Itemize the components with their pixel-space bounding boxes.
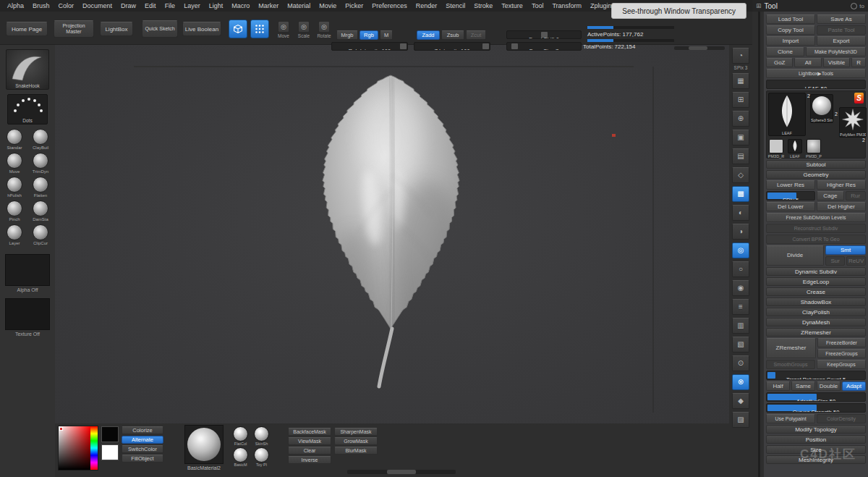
smt-toggle[interactable]: Smt <box>825 245 866 255</box>
quick-sketch-button[interactable]: Quick Sketch <box>142 20 178 38</box>
material-thumb[interactable]: FlatCol <box>230 426 251 446</box>
brush-slot[interactable]: hPolish <box>1 177 27 198</box>
menu-item[interactable]: Texture <box>497 2 527 9</box>
mrgb-button[interactable]: Mrgb <box>336 30 358 40</box>
home-page-button[interactable]: Home Page <box>6 22 48 36</box>
menu-item[interactable]: Document <box>78 2 116 9</box>
color-density-button[interactable]: ColorDensity <box>817 414 866 423</box>
canvas-scrollbar-top[interactable] <box>674 46 725 50</box>
panel-pin-icon[interactable] <box>851 3 857 9</box>
convert-bpr-button[interactable]: Convert BPR To Geo <box>766 235 866 244</box>
brush-slot[interactable]: Pinch <box>1 200 27 221</box>
smooth-groups-toggle[interactable]: SmoothGroups <box>766 360 815 369</box>
double-button[interactable]: Double <box>817 381 841 391</box>
menu-item[interactable]: Macro <box>227 2 254 9</box>
material-thumb[interactable]: BasicM <box>230 447 251 467</box>
reuv-button[interactable]: ReUV <box>846 256 866 266</box>
copy-tool-button[interactable]: Copy Tool <box>766 25 815 35</box>
fill-object-button[interactable]: FillObject <box>122 455 163 463</box>
brush-slot[interactable]: Move <box>1 153 27 174</box>
focal-shift-slider[interactable]: Focal Shift 0 <box>506 30 582 39</box>
menu-item[interactable]: Color <box>54 2 79 9</box>
menu-item[interactable]: Movie <box>315 2 341 9</box>
zremesher-section[interactable]: ZRemesher <box>766 328 866 337</box>
z-intensity-slider[interactable]: Z Intensity 100 <box>414 42 490 51</box>
current-stroke-thumb[interactable]: Dots <box>7 94 48 124</box>
history-thumb[interactable] <box>769 139 783 153</box>
spix-slider-label[interactable]: SPix 3 <box>734 65 748 70</box>
zsub-button[interactable]: Zsub <box>441 30 464 40</box>
sur-toggle[interactable]: Sur <box>825 256 845 266</box>
goz-visible-button[interactable]: Visible <box>823 58 850 67</box>
menu-item[interactable]: Alpha <box>3 2 28 9</box>
use-polypaint-toggle[interactable]: Use Polypaint <box>766 414 815 423</box>
material-thumb[interactable]: Toy Pl <box>251 447 272 467</box>
document-canvas[interactable] <box>55 45 729 423</box>
draw-size-slider[interactable]: Draw Size 7 <box>506 42 582 51</box>
see-through-transparency-button[interactable]: See-through Window Transparency <box>611 3 746 19</box>
collapsed-section[interactable]: ShadowBox <box>766 297 866 306</box>
freeze-subdivision-button[interactable]: Freeze SubDivision Levels <box>766 213 866 222</box>
reconstruct-subdiv-button[interactable]: Reconstruct Subdiv <box>766 224 866 233</box>
menu-item[interactable]: Light <box>205 2 228 9</box>
higher-res-button[interactable]: Higher Res <box>817 180 866 190</box>
save-as-button[interactable]: Save As <box>817 14 866 24</box>
color-picker[interactable] <box>58 426 98 470</box>
lightbox-button[interactable]: LightBox <box>100 22 133 36</box>
brush-slot[interactable]: DamSta <box>27 200 54 221</box>
collapsed-section[interactable]: Modify Topology <box>766 425 866 434</box>
panel-drag-icon[interactable]: ⊞ <box>756 2 762 9</box>
panel-divider[interactable] <box>758 12 760 477</box>
target-polygons-slider[interactable]: Target Polygons Count 5 <box>766 371 866 380</box>
alternate-toggle[interactable]: Alternate <box>122 436 163 444</box>
menu-item[interactable]: Picker <box>341 2 367 9</box>
brush-slot[interactable]: Standar <box>1 129 27 150</box>
freeze-groups-toggle[interactable]: FreezeGroups <box>817 349 866 358</box>
alpha-slot[interactable] <box>5 254 50 286</box>
collapsed-section[interactable]: Dynamic Subdiv <box>766 267 866 276</box>
lower-res-button[interactable]: Lower Res <box>766 180 815 190</box>
switch-color-button[interactable]: SwitchColor <box>122 445 163 453</box>
half-button[interactable]: Half <box>766 381 790 391</box>
polyframe-icon[interactable]: ▧ <box>732 337 749 353</box>
same-button[interactable]: Same <box>791 381 815 391</box>
texture-slot[interactable] <box>5 298 50 330</box>
points-slider-bottom[interactable] <box>587 39 674 42</box>
mask-button[interactable]: BlurMask <box>334 447 378 455</box>
gizmo-move-icon[interactable]: ⊙ <box>732 355 749 371</box>
brush-slot[interactable]: TrimDyn <box>27 153 54 174</box>
aa-half-icon[interactable]: ▤ <box>732 148 749 164</box>
main-color-swatch[interactable] <box>101 426 119 442</box>
mask-button[interactable]: ViewMask <box>288 437 331 445</box>
adaptive-size-slider[interactable]: AdaptiveSize 50 <box>766 392 866 402</box>
goz-all-button[interactable]: All <box>794 58 821 67</box>
menu-item[interactable]: Preferences <box>367 2 412 9</box>
collapsed-section[interactable]: DynaMesh <box>766 318 866 326</box>
brush-slot[interactable]: Flatten <box>27 177 54 198</box>
cage-button[interactable]: Cage <box>817 191 843 200</box>
geometry-section[interactable]: Geometry <box>766 170 866 179</box>
current-brush-thumb[interactable]: SnakeHook <box>6 49 49 90</box>
adapt-toggle[interactable]: Adapt <box>842 381 866 391</box>
gyro-mode-button[interactable]: ◎ Scale <box>294 21 314 38</box>
transparency-icon[interactable]: ◎ <box>732 242 749 258</box>
collapsed-section[interactable]: MeshIntegrity <box>766 455 866 464</box>
draw-pointer-button[interactable] <box>250 20 269 38</box>
current-tool-slot[interactable]: LEAF. 50 <box>766 80 866 89</box>
bpr-render-icon[interactable]: ▦ <box>732 73 749 89</box>
brush-slot[interactable]: Layer <box>1 224 27 245</box>
make-polymesh3d-button[interactable]: Make PolyMesh3D <box>806 47 866 56</box>
hue-strip[interactable] <box>90 426 98 470</box>
history-thumb[interactable] <box>788 139 802 153</box>
persp-icon[interactable]: ◇ <box>732 167 749 183</box>
scroll-icon[interactable]: ⊞ <box>732 92 749 108</box>
zcut-button[interactable]: Zcut <box>466 30 486 40</box>
curves-strength-slider[interactable]: Curves Strength 50 <box>766 403 866 413</box>
import-button[interactable]: Import <box>766 36 815 46</box>
zoom-icon[interactable]: ⊕ <box>732 111 749 127</box>
collapsed-section[interactable]: Crease <box>766 287 866 296</box>
menu-item[interactable]: File <box>161 2 180 9</box>
load-tool-button[interactable]: Load Tool <box>766 14 815 24</box>
radial-symmetry-icon[interactable]: ◑ <box>732 224 749 240</box>
clone-button[interactable]: Clone <box>766 47 804 56</box>
